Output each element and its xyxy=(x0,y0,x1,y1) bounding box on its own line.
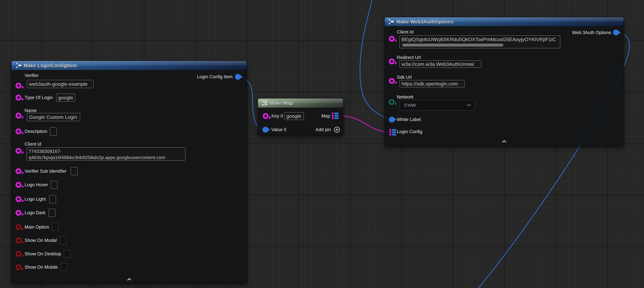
input-pin-type-of-login[interactable] xyxy=(16,95,21,101)
make-struct-icon xyxy=(388,19,394,25)
pin-label: Value 0 xyxy=(271,127,286,132)
verifier-field[interactable]: web3auth-google-example xyxy=(27,80,94,88)
input-pin-login-config[interactable] xyxy=(390,129,396,136)
input-pin-redirect-url[interactable] xyxy=(389,59,395,64)
pin-label: Verifier xyxy=(24,73,38,78)
verifier-sub-identifier-field[interactable] xyxy=(71,167,78,175)
type-of-login-field[interactable]: google xyxy=(56,94,75,102)
input-pin-client-id[interactable] xyxy=(16,148,21,154)
redirect-url-field[interactable]: w3a://com.w3a.Web3AuthUnreal xyxy=(400,61,482,68)
input-pin-logo-light[interactable] xyxy=(16,196,21,202)
node-header[interactable]: Make LoginConfigItem xyxy=(12,61,247,70)
collapse-chevron-icon[interactable] xyxy=(502,140,506,143)
client-id-field[interactable]: 774338308167-q463s7kpvja16l4l0kko3nb925i… xyxy=(26,147,186,161)
output-pin-web3auth-options[interactable] xyxy=(613,30,619,36)
pin-label: Login Config xyxy=(397,129,422,134)
key-0-field[interactable]: google xyxy=(284,112,304,120)
node-make-loginconfigitem[interactable]: Make LoginConfigItem Login Config Item V… xyxy=(12,61,247,283)
pin-label: Client Id xyxy=(397,30,414,35)
input-pin-name[interactable] xyxy=(16,113,21,119)
input-pin-value-0[interactable] xyxy=(262,127,268,133)
input-pin-verifier[interactable] xyxy=(16,83,21,89)
pin-label: Type Of Login xyxy=(24,95,53,100)
pin-label: Sdk Url xyxy=(397,75,412,80)
chevron-down-icon xyxy=(467,104,471,106)
input-pin-logo-hover[interactable] xyxy=(16,182,21,188)
network-selected-value: CYAN xyxy=(404,103,416,108)
input-pin-verifier-sub-identifier[interactable] xyxy=(16,168,21,174)
pin-label: Show On Modal xyxy=(24,238,57,243)
logo-hover-field[interactable] xyxy=(51,181,58,189)
add-pin-icon[interactable] xyxy=(334,126,340,133)
add-pin-label: Add pin xyxy=(316,127,331,132)
network-dropdown[interactable]: CYAN xyxy=(400,100,475,111)
description-field[interactable] xyxy=(50,127,57,136)
pin-label: Show On Desktop xyxy=(24,251,61,256)
name-field[interactable]: Google Custom Login xyxy=(27,113,80,121)
node-title: Make LoginConfigItem xyxy=(24,63,77,68)
output-pin-label: Web 3Auth Options xyxy=(572,30,611,35)
input-pin-show-on-mobile[interactable] xyxy=(16,264,21,270)
input-pin-show-on-desktop[interactable] xyxy=(16,251,21,257)
node-make-web3authoptions[interactable]: Make Web3AuthOptions Web 3Auth Options C… xyxy=(385,17,624,146)
show-on-desktop-checkbox[interactable] xyxy=(64,250,70,258)
client-id-value: BEglQSgt4cUWcj6SKRdu5QkOXTsePmMcusG5EAoy… xyxy=(402,37,556,42)
pin-label: Key 0 xyxy=(272,113,283,119)
pin-label: Main Option xyxy=(24,224,49,230)
pin-label: Logo Light xyxy=(24,196,46,202)
client-id-field[interactable]: BEglQSgt4cUWcj6SKRdu5QkOXTsePmMcusG5EAoy… xyxy=(400,36,560,48)
node-header[interactable]: Make Map xyxy=(258,99,343,108)
pin-label: Network xyxy=(397,94,414,100)
logo-dark-field[interactable] xyxy=(48,209,55,217)
node-title: Make Map xyxy=(269,100,293,106)
client-id-scrollbar[interactable] xyxy=(402,44,503,47)
pin-label: Description xyxy=(24,129,47,134)
input-pin-main-option[interactable] xyxy=(16,224,21,230)
show-on-mobile-checkbox[interactable] xyxy=(61,263,67,271)
wire-map-to-loginconfig[interactable] xyxy=(340,116,389,132)
logo-light-field[interactable] xyxy=(49,195,56,203)
node-make-map[interactable]: Make Map Key 0 google Map Value 0 Add pi… xyxy=(258,99,343,136)
pin-label: Redirect Url xyxy=(397,55,421,60)
node-title: Make Web3AuthOptions xyxy=(396,19,454,25)
output-pin-login-config-item[interactable] xyxy=(235,74,241,80)
make-map-icon xyxy=(261,100,268,106)
main-option-checkbox[interactable] xyxy=(52,223,58,231)
pin-label: Verifier Sub Identifier xyxy=(24,169,67,174)
input-pin-client-id[interactable] xyxy=(389,36,395,42)
pin-label: White Label xyxy=(397,117,421,122)
sdk-url-field[interactable]: https://sdk.openlogin.com xyxy=(400,80,464,87)
pin-label: Logo Dark xyxy=(24,210,46,215)
input-pin-description[interactable] xyxy=(16,129,21,134)
show-on-modal-checkbox[interactable] xyxy=(60,236,66,244)
input-pin-network[interactable] xyxy=(389,99,395,105)
input-pin-logo-dark[interactable] xyxy=(16,210,21,216)
pin-label: Show On Mobile xyxy=(24,264,58,270)
pin-label: Client Id xyxy=(24,142,41,147)
output-pin-map[interactable] xyxy=(332,113,338,119)
input-pin-sdk-url[interactable] xyxy=(389,78,395,84)
output-pin-label: Map xyxy=(322,113,330,119)
node-header[interactable]: Make Web3AuthOptions xyxy=(385,17,624,26)
input-pin-key-0[interactable] xyxy=(263,113,269,119)
output-pin-label: Login Config Item xyxy=(197,74,232,80)
collapse-chevron-icon[interactable] xyxy=(127,278,131,280)
make-struct-icon xyxy=(15,62,22,69)
input-pin-white-label[interactable] xyxy=(389,117,395,123)
pin-label: Name xyxy=(24,108,37,113)
input-pin-show-on-modal[interactable] xyxy=(16,237,21,243)
pin-label: Logo Hover xyxy=(24,182,48,187)
blueprint-graph-canvas[interactable]: { "colors": { "canvas_bg": "#272727", "p… xyxy=(0,0,644,288)
